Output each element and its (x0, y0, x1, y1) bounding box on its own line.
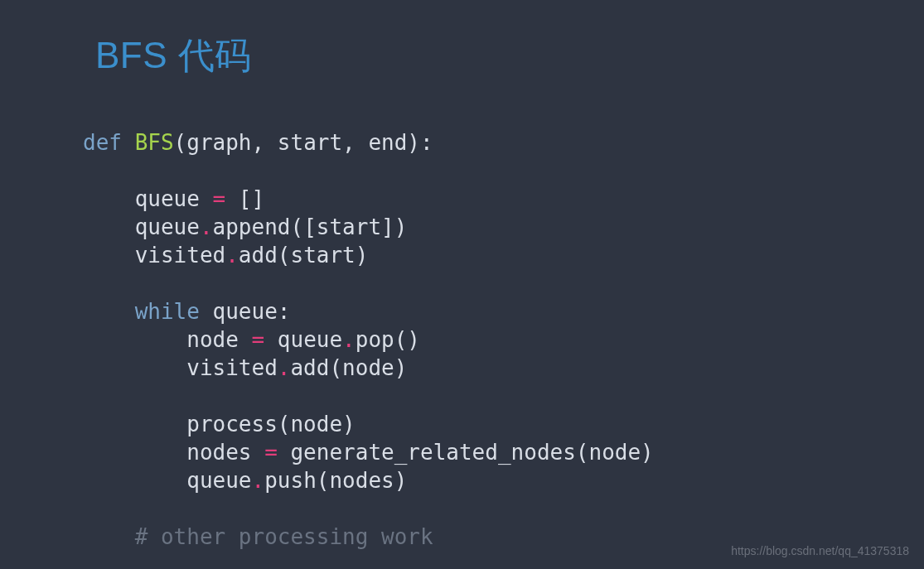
code-text: node (186, 327, 251, 352)
code-text: generate_related_nodes(node) (278, 440, 654, 465)
operator-eq: = (213, 186, 226, 211)
code-text: pop() (356, 327, 420, 352)
code-comment: # other processing work (135, 524, 433, 549)
code-text: queue (135, 215, 200, 239)
code-text: nodes (186, 440, 264, 465)
code-text: visited (135, 243, 226, 268)
code-text (122, 130, 135, 155)
code-text: [] (225, 186, 264, 211)
code-text: process(node) (186, 412, 356, 436)
code-text: queue (135, 186, 213, 211)
operator-dot: . (342, 327, 356, 352)
operator-dot: . (225, 243, 239, 268)
code-text: add(start) (239, 243, 369, 268)
keyword-while: while (135, 299, 200, 324)
operator-eq: = (252, 327, 265, 352)
code-text: queue: (200, 299, 291, 324)
code-block: def BFS(graph, start, end): queue = [] q… (83, 128, 654, 569)
code-text: queue (186, 468, 251, 493)
code-text: visited (186, 355, 278, 380)
operator-dot: . (200, 215, 213, 239)
code-text: append([start]) (213, 215, 408, 239)
code-text: (graph, start, end): (174, 130, 433, 155)
function-name: BFS (135, 130, 174, 155)
operator-dot: . (278, 355, 291, 380)
operator-dot: . (252, 468, 265, 493)
code-text: push(nodes) (264, 468, 407, 493)
code-text: add(node) (290, 355, 407, 380)
slide-title: BFS 代码 (95, 31, 252, 80)
keyword-def: def (83, 130, 122, 155)
watermark: https://blog.csdn.net/qq_41375318 (731, 544, 909, 557)
code-text: queue (264, 327, 342, 352)
slide: BFS 代码 def BFS(graph, start, end): queue… (0, 0, 924, 569)
code-ellipsis: ... (135, 552, 174, 569)
operator-eq: = (264, 440, 278, 465)
